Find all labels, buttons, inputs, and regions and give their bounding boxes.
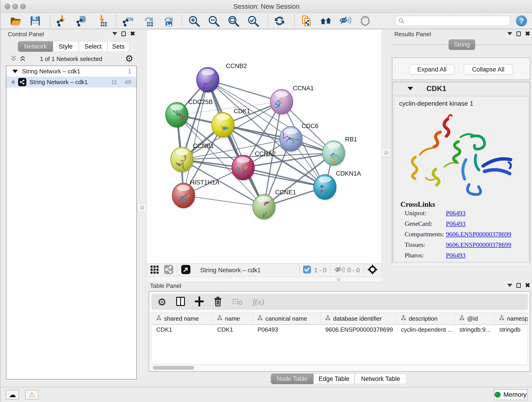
table-cell[interactable]: cyclin-dependent ...: [396, 325, 455, 335]
panel-collapse-icon[interactable]: [507, 284, 512, 287]
tab-style[interactable]: Style: [53, 41, 79, 52]
table-hscrollbar[interactable]: [152, 365, 528, 370]
table-options-gear-icon[interactable]: ⚙: [157, 296, 166, 308]
left-splitter-handle[interactable]: [138, 204, 146, 211]
zoom-out-icon[interactable]: [207, 14, 220, 27]
birdseye-grid-icon[interactable]: [150, 265, 160, 276]
section-expand-icon[interactable]: [408, 87, 413, 90]
network-node-CCNB1[interactable]: CCNB1: [171, 143, 214, 173]
network-graph[interactable]: CCNB2 CCNA1 CDC25B CDK1 CDC6 RB1 CCNB1: [147, 30, 381, 263]
network-edge-CCNB2-CCNE1[interactable]: [208, 80, 264, 207]
network-edge-CCNA2-CDKN1A[interactable]: [243, 167, 325, 187]
results-scrollbar[interactable]: [392, 263, 530, 267]
table-cell[interactable]: stringdb: [495, 325, 528, 335]
memory-button[interactable]: Memory: [494, 389, 527, 400]
panel-close-icon[interactable]: ✖: [130, 31, 135, 36]
network-collection-row[interactable]: String Network – cdk1 1: [6, 66, 136, 77]
hide-selected-icon[interactable]: [339, 14, 352, 27]
network-node-CCNA1[interactable]: CCNA1: [270, 85, 314, 115]
gene-section-header[interactable]: CDK1: [393, 82, 530, 95]
table-cell[interactable]: stringdb:9...: [455, 325, 495, 335]
create-column-icon[interactable]: [195, 296, 204, 307]
network-edge-CCNB2-HIST1H1A[interactable]: [184, 80, 208, 196]
zoom-fit-icon[interactable]: [227, 14, 240, 27]
column-header-name[interactable]: name: [213, 313, 253, 324]
selected-checkbox-icon[interactable]: [303, 266, 311, 275]
crosslink-link[interactable]: 9606.ENSP00000378699: [446, 241, 511, 248]
expand-all-button[interactable]: Expand All: [409, 64, 455, 75]
tab-node-table[interactable]: Node Table: [271, 374, 313, 384]
collection-count: 1: [128, 68, 131, 75]
panel-float-icon[interactable]: [121, 32, 126, 36]
table-cell[interactable]: CDK1: [152, 325, 213, 335]
string-view-icon[interactable]: [164, 265, 173, 276]
network-node-CCNE1[interactable]: CCNE1: [253, 189, 296, 220]
detach-view-icon[interactable]: [181, 265, 191, 276]
delete-column-icon[interactable]: [214, 296, 222, 307]
network-node-RB1[interactable]: RB1: [322, 136, 357, 167]
current-network-dot: [12, 80, 15, 84]
panel-collapse-icon[interactable]: [112, 32, 117, 35]
open-session-icon[interactable]: [9, 14, 22, 27]
column-header-canonical-name[interactable]: canonical name: [253, 313, 321, 324]
network-row[interactable]: String Network – cdk1 11 48: [6, 77, 136, 88]
column-header-@id[interactable]: @id: [455, 313, 495, 324]
import-network-file-icon[interactable]: [56, 14, 68, 27]
column-header-namespace[interactable]: namespace: [495, 313, 528, 324]
column-header-shared-name[interactable]: shared name: [152, 313, 213, 324]
import-table-icon[interactable]: [95, 14, 108, 27]
export-table-icon[interactable]: [141, 14, 154, 27]
first-neighbors-icon[interactable]: [319, 14, 332, 27]
warning-status-icon[interactable]: ⚠: [25, 390, 38, 400]
crosslink-link[interactable]: 9606.ENSP00000378699: [446, 230, 511, 238]
tab-network[interactable]: Network: [18, 41, 53, 52]
table-cell[interactable]: CDK1: [213, 325, 253, 335]
search-input[interactable]: [404, 17, 510, 25]
panel-float-icon[interactable]: [516, 283, 521, 288]
show-columns-icon[interactable]: [176, 296, 185, 307]
table-row[interactable]: CDK1CDK1P064939606.ENSP00000378699cyclin…: [152, 325, 528, 335]
import-network-database-icon[interactable]: [75, 14, 88, 27]
tab-select[interactable]: Select: [79, 41, 108, 52]
tab-network-table[interactable]: Network Table: [355, 374, 406, 384]
crosslink-link[interactable]: P06493: [446, 220, 466, 227]
pan-crosshair-icon[interactable]: [367, 264, 378, 276]
clone-network-icon[interactable]: [300, 14, 312, 27]
column-header-database-identifier[interactable]: database identifier: [321, 313, 396, 324]
panel-collapse-icon[interactable]: [507, 32, 512, 35]
scrollbar-thumb[interactable]: [153, 366, 194, 370]
save-session-icon[interactable]: [29, 14, 42, 27]
network-node-CDKN1A[interactable]: CDKN1A: [314, 170, 361, 201]
search-icon: [399, 18, 404, 24]
search-box[interactable]: [395, 16, 510, 26]
zoom-in-icon[interactable]: [187, 14, 200, 27]
network-options-gear-icon[interactable]: ⚙: [125, 53, 133, 64]
column-header-description[interactable]: description: [396, 313, 455, 324]
column-type-icon: [258, 315, 263, 322]
tab-string[interactable]: String: [449, 39, 475, 50]
export-image-icon[interactable]: [161, 14, 174, 27]
splitter-dot[interactable]: [337, 278, 341, 281]
panel-close-icon[interactable]: ✖: [525, 31, 530, 36]
right-splitter-handle[interactable]: [382, 148, 390, 156]
network-node-HIST1H1A[interactable]: HIST1H1A: [172, 179, 220, 209]
tab-edge-table[interactable]: Edge Table: [313, 374, 355, 384]
crosslink-link[interactable]: P06493: [446, 252, 466, 259]
panel-close-icon[interactable]: ✖: [525, 283, 530, 288]
panel-float-icon[interactable]: [516, 32, 521, 36]
cloud-status-icon[interactable]: ☁: [6, 390, 19, 400]
crosslink-link[interactable]: P06493: [446, 210, 466, 217]
table-cell[interactable]: 9606.ENSP00000378699: [321, 325, 396, 335]
tab-sets[interactable]: Sets: [108, 41, 129, 52]
collapse-all-button[interactable]: Collapse All: [464, 64, 513, 75]
table-cell[interactable]: P06493: [253, 325, 321, 335]
help-icon[interactable]: ?: [516, 15, 527, 26]
export-network-icon[interactable]: [121, 14, 134, 27]
horizontal-splitter[interactable]: [147, 277, 382, 281]
show-all-icon[interactable]: [359, 14, 372, 27]
network-edge-CCNE1-HIST1H1A[interactable]: [184, 196, 264, 207]
network-view-canvas[interactable]: CCNB2 CCNA1 CDC25B CDK1 CDC6 RB1 CCNB1: [147, 29, 382, 264]
tree-expand-icon[interactable]: [12, 70, 18, 73]
zoom-selected-icon[interactable]: [247, 14, 259, 27]
apply-layout-icon[interactable]: [273, 14, 286, 27]
